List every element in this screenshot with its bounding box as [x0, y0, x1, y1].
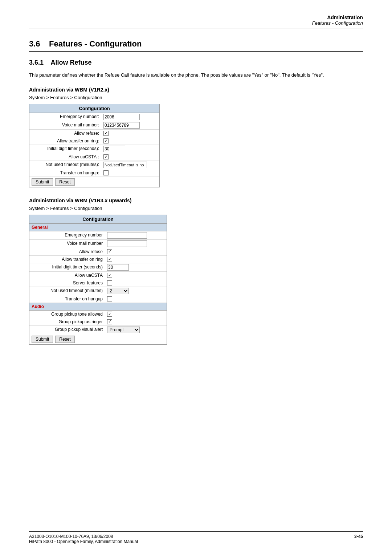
- uacsta-value: ✓: [102, 153, 159, 161]
- digit-timer-label: Initial digit timer (seconds):: [29, 145, 102, 153]
- table-row: Transfer on hangup:: [29, 169, 159, 177]
- group-pickup-tone-value: ✓: [106, 311, 167, 318]
- v3-voicemail-input[interactable]: [107, 240, 147, 247]
- audio-divider: Audio: [29, 303, 167, 311]
- v3-transfer-hangup-label: Transfer on hangup: [29, 295, 106, 303]
- header-title: Administration: [29, 15, 363, 20]
- group-pickup-ringer-checkbox[interactable]: ✓: [107, 319, 112, 324]
- allow-refuse-label: Allow refuse:: [29, 130, 102, 137]
- group-pickup-ringer-label: Group pickup as ringer: [29, 318, 106, 325]
- v1r2-button-row: Submit Reset: [29, 177, 159, 187]
- table-row: Voice mail number:: [29, 121, 159, 130]
- voicemail-label: Voice mail number:: [29, 121, 102, 129]
- v1r3-button-row: Submit Reset: [29, 334, 167, 344]
- footer-left: A31003-O1010-M100-10-76A9, 13/06/2008 Hi…: [29, 534, 138, 544]
- not-used-timeout-label: Not used timeout (minutes):: [29, 161, 102, 169]
- group-pickup-tone-checkbox[interactable]: ✓: [107, 312, 112, 317]
- allow-refuse-checkbox[interactable]: ✓: [103, 131, 109, 136]
- table-row: Emergency number: [29, 231, 167, 240]
- v3-emergency-value: [106, 231, 167, 239]
- v3-digit-timer-input[interactable]: [107, 264, 129, 271]
- v3-emergency-input[interactable]: [107, 232, 147, 239]
- subsection-title: 3.6.1 Allow Refuse: [29, 59, 363, 66]
- v3-allow-transfer-label: Allow transfer on ring: [29, 256, 106, 263]
- section-title: 3.6 Features - Configuration: [29, 39, 363, 52]
- v3-not-used-select[interactable]: 2: [107, 288, 129, 294]
- table-row: Group pickup tone allowed ✓: [29, 311, 167, 318]
- not-used-timeout-value: [102, 161, 159, 169]
- table-row: Group pickup as ringer ✓: [29, 318, 167, 326]
- v3-allow-refuse-label: Allow refuse: [29, 248, 106, 255]
- v1r3-breadcrumb: System > Features > Configuration: [29, 206, 363, 211]
- v1r2-config-table: Configuration Emergency number: Voice ma…: [29, 104, 160, 187]
- v3-voicemail-label: Voice mail number: [29, 240, 106, 248]
- v1r3-submit-button[interactable]: Submit: [32, 336, 53, 343]
- header-subtitle: Features - Configuration: [29, 20, 363, 26]
- v3-allow-transfer-value: ✓: [106, 256, 167, 263]
- footer-doc-id: A31003-O1010-M100-10-76A9, 13/06/2008: [29, 534, 138, 539]
- table-row: Allow transfer on ring: ✓: [29, 137, 159, 145]
- section-number: 3.6: [29, 39, 40, 48]
- v3-uacsta-checkbox[interactable]: ✓: [107, 273, 112, 278]
- v3-transfer-hangup-checkbox[interactable]: [107, 296, 112, 301]
- v1r3-config-table: Configuration General Emergency number V…: [29, 215, 167, 345]
- v3-not-used-label: Not used timeout (minutes): [29, 287, 106, 295]
- subsection-name: Allow Refuse: [50, 59, 91, 66]
- table-row: Allow refuse ✓: [29, 248, 167, 256]
- v3-allow-refuse-checkbox[interactable]: ✓: [107, 249, 112, 254]
- table-row: Allow transfer on ring ✓: [29, 256, 167, 263]
- v3-voicemail-value: [106, 240, 167, 248]
- uacsta-label: Allow uaCSTА :: [29, 153, 102, 161]
- footer-doc-title: HiPath 8000 - OpenStage Family, Administ…: [29, 539, 138, 544]
- group-pickup-ringer-value: ✓: [106, 318, 167, 325]
- voicemail-input[interactable]: [103, 122, 140, 129]
- general-divider: General: [29, 224, 167, 231]
- table-row: Allow uaCSTА ✓: [29, 272, 167, 279]
- digit-timer-input[interactable]: [103, 146, 125, 152]
- table-row: Server features: [29, 279, 167, 287]
- description-text: This parameter defines whether the Refus…: [29, 72, 363, 79]
- subsection-number: 3.6.1: [29, 59, 44, 66]
- v1r2-heading: Administration via WBM (V1R2.x): [29, 87, 363, 93]
- emergency-value: [102, 113, 159, 121]
- v1r3-heading: Administration via WBM (V1R3.x upwards): [29, 198, 363, 203]
- transfer-hangup-checkbox[interactable]: [103, 170, 109, 175]
- table-row: Not used timeout (minutes):: [29, 161, 159, 169]
- not-used-timeout-input[interactable]: [103, 162, 147, 168]
- v3-digit-timer-label: Initial digit timer (seconds): [29, 263, 106, 271]
- v1r2-reset-button[interactable]: Reset: [55, 178, 74, 186]
- v3-uacsta-label: Allow uaCSTА: [29, 272, 106, 279]
- v3-allow-transfer-checkbox[interactable]: ✓: [107, 257, 112, 262]
- v3-digit-timer-value: [106, 263, 167, 271]
- transfer-hangup-value: [102, 169, 159, 177]
- v1r3-table-header: Configuration: [29, 215, 167, 224]
- v3-uacsta-value: ✓: [106, 272, 167, 279]
- uacsta-checkbox[interactable]: ✓: [103, 154, 109, 159]
- group-pickup-visual-label: Group pickup visual alert: [29, 326, 106, 334]
- v3-transfer-hangup-value: [106, 295, 167, 303]
- v1r3-reset-button[interactable]: Reset: [55, 336, 74, 343]
- table-row: Allow refuse: ✓: [29, 130, 159, 137]
- v1r2-submit-button[interactable]: Submit: [32, 178, 53, 186]
- transfer-hangup-label: Transfer on hangup:: [29, 169, 102, 177]
- allow-refuse-value: ✓: [102, 130, 159, 137]
- table-row: Initial digit timer (seconds):: [29, 145, 159, 153]
- table-row: Allow uaCSTА : ✓: [29, 153, 159, 161]
- table-row: Initial digit timer (seconds): [29, 263, 167, 272]
- allow-transfer-label: Allow transfer on ring:: [29, 137, 102, 145]
- v3-emergency-label: Emergency number: [29, 231, 106, 239]
- section-name: Features - Configuration: [49, 39, 142, 48]
- group-pickup-tone-label: Group pickup tone allowed: [29, 311, 106, 318]
- page: Administration Features - Configuration …: [0, 0, 392, 555]
- table-row: Voice mail number: [29, 240, 167, 248]
- group-pickup-visual-select[interactable]: Prompt: [107, 327, 140, 333]
- footer-page-number: 3-45: [354, 534, 363, 544]
- table-row: Transfer on hangup: [29, 295, 167, 303]
- v1r2-section: Administration via WBM (V1R2.x) System >…: [29, 87, 363, 187]
- v3-server-features-checkbox[interactable]: [107, 280, 112, 285]
- v1r2-breadcrumb: System > Features > Configuration: [29, 95, 363, 100]
- digit-timer-value: [102, 145, 159, 153]
- allow-transfer-checkbox[interactable]: ✓: [103, 138, 109, 143]
- group-pickup-visual-value: Prompt: [106, 326, 167, 334]
- emergency-input[interactable]: [103, 114, 140, 120]
